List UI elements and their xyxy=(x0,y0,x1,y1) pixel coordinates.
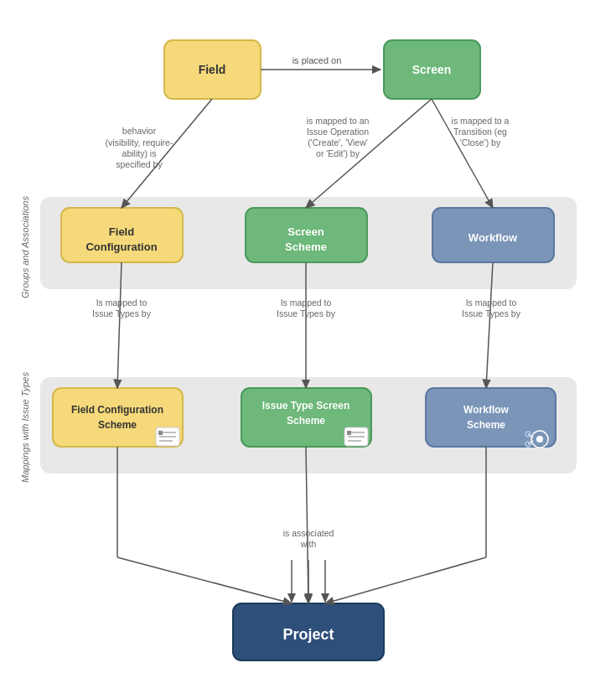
mapped-issue-types-mid1: Is mapped to xyxy=(280,298,331,308)
workflow-node-label: Workflow xyxy=(468,231,517,244)
mapped-operation-annotation1: is mapped to an xyxy=(306,116,369,126)
mapped-issue-types-left1: Is mapped to xyxy=(96,298,147,308)
behavior-annotation4: specified by xyxy=(116,159,163,169)
workflow-scheme-label1: Workflow xyxy=(463,404,509,416)
mapped-operation-annotation2: Issue Operation xyxy=(306,127,368,137)
workflow-scheme-icon-inner xyxy=(536,436,543,443)
issue-type-screen-scheme-label2: Scheme xyxy=(286,415,324,427)
project-node-label: Project xyxy=(282,626,334,643)
mappings-band-label: Mappings with Issue Types xyxy=(20,372,30,483)
mapped-issue-types-right2: Issue Types by xyxy=(462,308,521,318)
screen-node-label: Screen xyxy=(412,63,451,76)
mapped-operation-annotation4: or 'Edit') by xyxy=(316,148,360,158)
diagram-container: Groups and Associations Mappings with Is… xyxy=(15,17,602,673)
mapped-transition-annotation3: 'Close') by xyxy=(459,137,500,148)
mapped-transition-annotation2: Transition (eg xyxy=(453,127,507,137)
mapped-issue-types-left2: Issue Types by xyxy=(92,308,152,318)
field-config-scheme-icon-dot xyxy=(158,431,163,435)
mapped-issue-types-right1: Is mapped to xyxy=(465,298,516,308)
associated-with-annotation1: is associated xyxy=(282,528,334,538)
behavior-annotation2: (visibility, require- xyxy=(105,137,173,148)
field-node-label: Field xyxy=(198,63,225,76)
is-placed-on-label: is placed on xyxy=(292,55,341,65)
workflow-scheme-node-bg xyxy=(426,388,556,447)
field-config-node-label2: Configuration xyxy=(85,241,157,253)
mapped-transition-annotation1: is mapped to a xyxy=(451,116,509,126)
field-config-scheme-to-project-arrow xyxy=(117,557,292,603)
issue-type-screen-scheme-label1: Issue Type Screen xyxy=(261,400,349,412)
associated-with-annotation2: with xyxy=(299,539,316,549)
groups-band-label: Groups and Associations xyxy=(20,196,30,298)
field-config-scheme-label2: Scheme xyxy=(97,419,136,431)
workflow-scheme-to-project-arrow xyxy=(325,557,486,603)
behavior-annotation: behavior xyxy=(122,126,156,136)
mapped-issue-types-mid2: Issue Types by xyxy=(277,308,336,318)
screen-scheme-node-label1: Screen xyxy=(287,225,324,238)
mapped-operation-annotation3: ('Create', 'View' xyxy=(308,137,367,148)
behavior-annotation3: ability) is xyxy=(122,148,156,158)
diagram-svg: Groups and Associations Mappings with Is… xyxy=(15,17,602,673)
field-config-scheme-label1: Field Configuration xyxy=(71,404,163,416)
field-config-node-label1: Field xyxy=(108,225,133,238)
screen-scheme-node-label2: Scheme xyxy=(285,241,327,253)
issue-type-screen-scheme-icon-dot xyxy=(347,431,351,435)
workflow-scheme-label2: Scheme xyxy=(466,419,505,431)
